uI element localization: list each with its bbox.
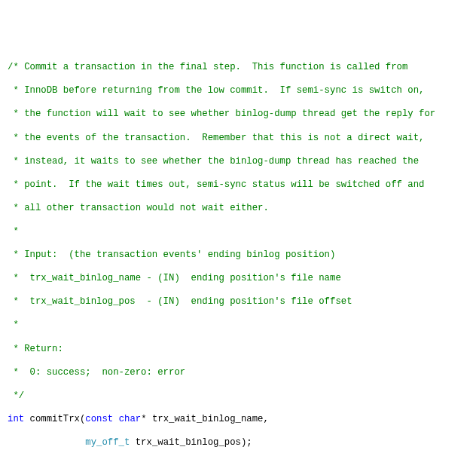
code-block: /* Commit a transaction in the final ste… [8,56,468,450]
type-my-off-t: my_off_t [85,437,130,448]
comment-line: * trx_wait_binlog_name - (IN) ending pos… [8,273,341,283]
comment-line: * Return: [8,344,63,354]
param-2: trx_wait_binlog_pos); [130,437,252,448]
param-1: * trx_wait_binlog_name, [141,414,269,424]
comment-line: * 0: success; non-zero: error [8,367,185,378]
comment-line: * all other transaction would not wait e… [8,203,269,213]
comment-line: * [8,226,19,237]
keyword-int: int [8,414,24,424]
comment-line: * InnoDB before returning from the low c… [8,85,424,96]
comment-line: * Input: (the transaction events' ending… [8,249,335,260]
keyword-char: char [119,414,142,424]
comment-line: * the events of the transaction. Remembe… [8,133,424,143]
function-name: commitTrx( [24,414,85,424]
comment-line: /* Commit a transaction in the final ste… [8,62,407,72]
comment-line: * the function will wait to see whether … [8,109,435,119]
comment-line: * trx_wait_binlog_pos - (IN) ending posi… [8,296,352,307]
comment-line: * instead, it waits to see whether the b… [8,156,419,167]
comment-line: * point. If the wait times out, semi-syn… [8,179,424,190]
indent [8,437,85,448]
comment-line: * [8,320,19,330]
keyword-const: const [85,414,113,424]
comment-line: */ [8,390,24,401]
